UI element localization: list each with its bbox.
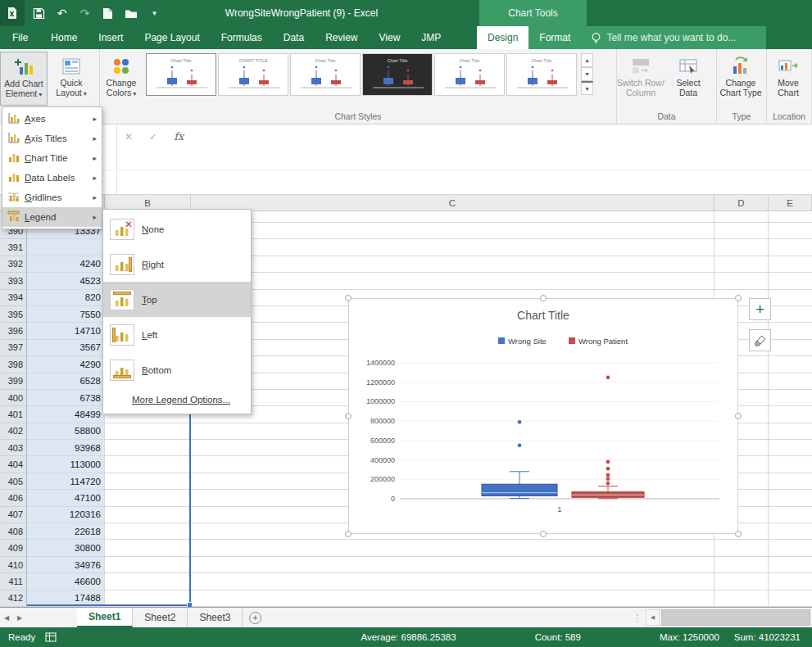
menu-item-data-labels[interactable]: Data Labels▸ (2, 168, 102, 188)
row-header[interactable]: 403 (0, 440, 27, 456)
undo-button[interactable]: ↶ (56, 7, 68, 20)
cell-a[interactable]: 58800 (27, 423, 105, 440)
fill-handle[interactable] (187, 602, 193, 607)
menu-item-legend[interactable]: Legend▸ (2, 207, 102, 227)
new-sheet-button[interactable]: + (243, 608, 267, 627)
cell[interactable] (105, 540, 191, 556)
row-header[interactable]: 392 (0, 256, 27, 273)
sheet-nav-right-button[interactable]: ▶ (13, 608, 26, 627)
chart-style-thumb[interactable]: Chart Title (146, 53, 216, 96)
cell-a[interactable]: 47100 (27, 490, 105, 506)
chart-resize-handle[interactable] (735, 295, 742, 301)
legend-option-top[interactable]: Top (103, 282, 251, 317)
cell[interactable] (769, 573, 812, 590)
select-data-button[interactable]: Select Data (665, 52, 712, 106)
legend-option-none[interactable]: ✕None (103, 211, 251, 247)
chart-style-thumb[interactable]: Chart Title (290, 53, 361, 96)
cell[interactable] (105, 456, 191, 473)
save-button[interactable] (33, 7, 45, 20)
cell[interactable] (769, 306, 812, 323)
gallery-down-button[interactable]: ▾ (581, 67, 593, 81)
insert-function-icon[interactable]: fx (174, 130, 184, 143)
cell[interactable] (105, 523, 191, 540)
row-header[interactable]: 405 (0, 473, 27, 490)
row-header[interactable]: 397 (0, 340, 27, 356)
cell[interactable] (714, 540, 769, 556)
cancel-icon[interactable]: ✕ (125, 131, 133, 143)
cell-a[interactable]: 22618 (27, 523, 105, 540)
status-sum[interactable]: Sum: 41023231 (734, 632, 801, 642)
tab-design[interactable]: Design (477, 26, 528, 49)
row-header[interactable]: 401 (0, 406, 27, 423)
cell[interactable] (105, 423, 191, 440)
quick-layout-button[interactable]: Quick Layout▾ (48, 52, 95, 106)
chart-resize-handle[interactable] (540, 295, 547, 301)
tab-scrollbar-splitter[interactable]: ⋮ (633, 608, 642, 627)
legend-option-bottom[interactable]: Bottom (103, 352, 251, 387)
enter-icon[interactable]: ✓ (149, 131, 157, 143)
row-header[interactable]: 394 (0, 290, 27, 306)
tab-file[interactable]: File (0, 26, 40, 49)
cell[interactable] (769, 323, 812, 339)
cell[interactable] (105, 473, 191, 490)
menu-item-axes[interactable]: Axes▸ (2, 109, 102, 129)
cell-a[interactable]: 7550 (27, 306, 105, 323)
tab-jmp[interactable]: JMP (411, 26, 451, 49)
sheet-nav-left-button[interactable]: ◀ (0, 608, 13, 627)
status-average[interactable]: Average: 69886.25383 (361, 632, 456, 642)
cell[interactable] (769, 340, 812, 356)
tab-view[interactable]: View (369, 26, 411, 49)
cell[interactable] (769, 523, 812, 540)
cell-a[interactable]: 4240 (27, 256, 105, 273)
sheet-tab-sheet2[interactable]: Sheet2 (133, 608, 188, 627)
cell[interactable] (191, 573, 714, 590)
cell[interactable] (714, 211, 769, 223)
cell[interactable] (714, 223, 769, 239)
cell-a[interactable]: 14710 (27, 323, 105, 339)
cell[interactable] (714, 573, 769, 590)
cell[interactable] (714, 256, 769, 273)
tab-home[interactable]: Home (40, 26, 88, 49)
cell[interactable] (769, 490, 812, 506)
qat-customize-button[interactable]: ▾ (148, 7, 161, 20)
cell[interactable] (769, 211, 812, 223)
cell[interactable] (191, 273, 714, 289)
chart-resize-handle[interactable] (540, 531, 547, 537)
cell[interactable] (769, 390, 812, 406)
cell[interactable] (105, 440, 191, 456)
cell[interactable] (769, 507, 812, 523)
cell[interactable] (191, 256, 714, 273)
cell-a[interactable]: 93968 (27, 440, 105, 456)
chart-styles-button[interactable] (749, 329, 771, 351)
chart-style-thumb[interactable]: Chart Title (362, 53, 433, 96)
cell[interactable] (769, 456, 812, 473)
column-header-e[interactable]: E (769, 195, 812, 211)
cell[interactable] (191, 557, 714, 573)
cell[interactable] (769, 273, 812, 289)
cell[interactable] (769, 406, 812, 423)
legend-option-right[interactable]: Right (103, 247, 251, 282)
row-header[interactable]: 400 (0, 390, 27, 406)
cell[interactable] (191, 223, 714, 239)
hscroll-thumb[interactable] (661, 609, 810, 626)
sheet-tab-sheet1[interactable]: Sheet1 (77, 608, 133, 627)
chart-resize-handle[interactable] (735, 413, 742, 419)
chart-resize-handle[interactable] (345, 295, 352, 301)
cell[interactable] (769, 590, 812, 607)
chart-elements-button[interactable]: + (749, 298, 771, 320)
chart-style-thumb[interactable]: Chart Title (434, 53, 505, 96)
cell-a[interactable]: 4290 (27, 356, 105, 373)
cell-a[interactable]: 48499 (27, 406, 105, 423)
tab-insert[interactable]: Insert (88, 26, 134, 49)
column-header-c[interactable]: C (191, 195, 714, 211)
row-header[interactable]: 410 (0, 557, 27, 573)
row-header[interactable]: 398 (0, 356, 27, 373)
sheet-tab-sheet3[interactable]: Sheet3 (188, 608, 243, 627)
cell-a[interactable]: 3567 (27, 340, 105, 356)
cell[interactable] (769, 440, 812, 456)
menu-item-chart-title[interactable]: Chart Title▸ (2, 148, 102, 168)
chart-resize-handle[interactable] (345, 531, 352, 537)
row-header[interactable]: 406 (0, 490, 27, 506)
cell[interactable] (714, 239, 769, 256)
chart-style-thumb[interactable]: CHART TITLE (218, 53, 288, 96)
